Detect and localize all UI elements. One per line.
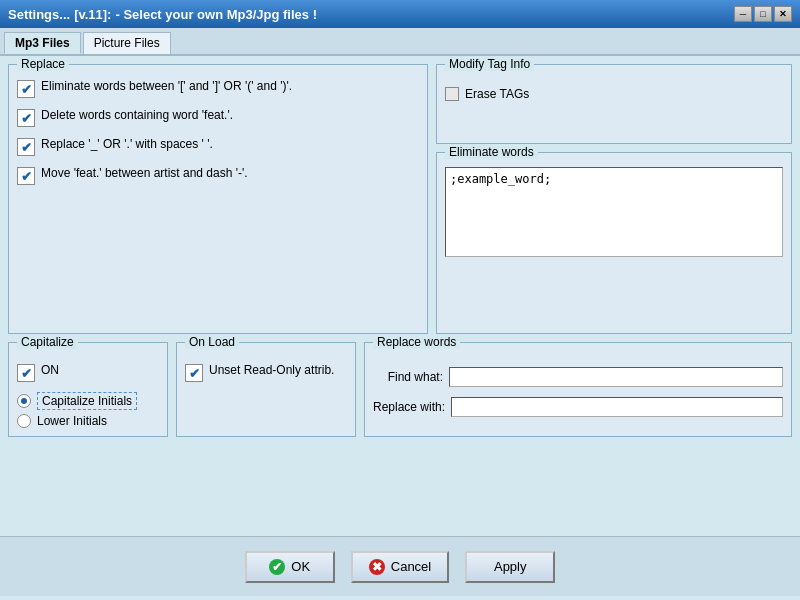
erase-tags-row: Erase TAGs [445,87,783,101]
checkbox-erase-tags[interactable] [445,87,459,101]
checkbox-move-feat-label: Move 'feat.' between artist and dash '-'… [41,166,248,180]
checkbox-row-4: Move 'feat.' between artist and dash '-'… [17,166,419,185]
tab-mp3[interactable]: Mp3 Files [4,32,81,54]
replace-with-row: Replace with: [373,397,783,417]
replace-section-title: Replace [17,57,69,71]
right-column: Modify Tag Info Erase TAGs Eliminate wor… [436,64,792,334]
replace-with-label: Replace with: [373,400,445,414]
onload-section-title: On Load [185,335,239,349]
titlebar-settings: Settings... [8,7,70,22]
eliminate-section-title: Eliminate words [445,145,538,159]
top-row: Replace Eliminate words between '[' and … [8,64,792,334]
checkbox-row-2: Delete words containing word 'feat.'. [17,108,419,127]
checkbox-unset-readonly[interactable] [185,364,203,382]
capitalize-initials-label: Capitalize Initials [37,392,137,410]
checkbox-capitalize-on[interactable] [17,364,35,382]
apply-label: Apply [494,559,527,574]
unset-readonly-row: Unset Read-Only attrib. [185,363,347,382]
maximize-button[interactable]: □ [754,6,772,22]
replace-words-title: Replace words [373,335,460,349]
cancel-icon: ✖ [369,559,385,575]
radio-initials-row: Capitalize Initials [17,392,159,410]
checkbox-eliminate-brackets-label: Eliminate words between '[' and ']' OR '… [41,79,292,93]
checkbox-replace-underscore-label: Replace '_' OR '.' with spaces ' '. [41,137,213,151]
eliminate-words-textarea[interactable]: ;example_word; [445,167,783,257]
capitalize-section: Capitalize ON Capitalize Initials Lower … [8,342,168,437]
ok-button[interactable]: ✔ OK [245,551,335,583]
ok-label: OK [291,559,310,574]
capitalize-on-label: ON [41,363,59,377]
replace-words-section: Replace words Find what: Replace with: [364,342,792,437]
capitalize-on-row: ON [17,363,159,382]
modify-section: Modify Tag Info Erase TAGs [436,64,792,144]
titlebar-title: Settings... [v.11]: - Select your own Mp… [8,7,317,22]
minimize-button[interactable]: ─ [734,6,752,22]
replace-section: Replace Eliminate words between '[' and … [8,64,428,334]
checkbox-row-3: Replace '_' OR '.' with spaces ' '. [17,137,419,156]
radio-lower-initials[interactable] [17,414,31,428]
buttons-bar: ✔ OK ✖ Cancel Apply [0,536,800,596]
radio-capitalize-initials[interactable] [17,394,31,408]
main-content: Replace Eliminate words between '[' and … [0,56,800,536]
erase-tags-label: Erase TAGs [465,87,529,101]
find-what-row: Find what: [373,367,783,387]
lower-initials-label: Lower Initials [37,414,107,428]
ok-icon: ✔ [269,559,285,575]
modify-section-title: Modify Tag Info [445,57,534,71]
eliminate-section: Eliminate words ;example_word; [436,152,792,334]
titlebar-version: [v.11]: [74,7,111,22]
checkbox-eliminate-brackets[interactable] [17,80,35,98]
onload-section: On Load Unset Read-Only attrib. [176,342,356,437]
close-button[interactable]: ✕ [774,6,792,22]
find-what-input[interactable] [449,367,783,387]
cancel-label: Cancel [391,559,431,574]
checkbox-replace-underscore[interactable] [17,138,35,156]
cancel-button[interactable]: ✖ Cancel [351,551,449,583]
checkbox-delete-feat-label: Delete words containing word 'feat.'. [41,108,233,122]
tab-picture[interactable]: Picture Files [83,32,171,54]
bottom-row: Capitalize ON Capitalize Initials Lower … [8,342,792,437]
tabbar: Mp3 Files Picture Files [0,28,800,56]
checkbox-delete-feat[interactable] [17,109,35,127]
checkbox-move-feat[interactable] [17,167,35,185]
unset-readonly-label: Unset Read-Only attrib. [209,363,334,377]
capitalize-section-title: Capitalize [17,335,78,349]
replace-with-input[interactable] [451,397,783,417]
find-what-label: Find what: [373,370,443,384]
radio-lower-row: Lower Initials [17,414,159,428]
titlebar-subtitle: - Select your own Mp3/Jpg files ! [115,7,317,22]
titlebar-controls: ─ □ ✕ [734,6,792,22]
checkbox-row-1: Eliminate words between '[' and ']' OR '… [17,79,419,98]
apply-button[interactable]: Apply [465,551,555,583]
titlebar: Settings... [v.11]: - Select your own Mp… [0,0,800,28]
